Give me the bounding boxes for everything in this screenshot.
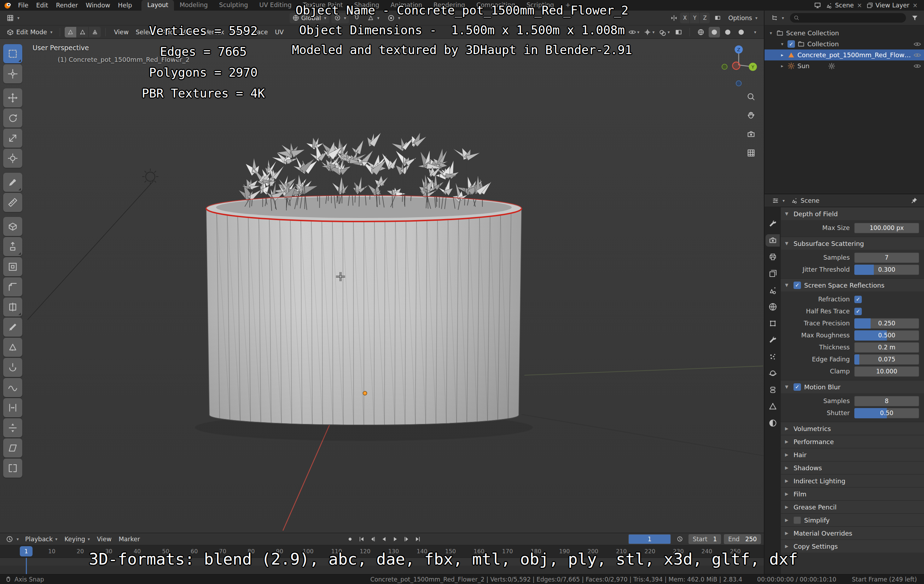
snap-toggle[interactable] [351, 13, 363, 23]
properties-tab-view-layer[interactable] [766, 267, 780, 280]
hide-in-viewport-eye-icon[interactable] [913, 40, 921, 48]
section-header-motion-blur[interactable]: ▼Motion Blur [781, 380, 924, 393]
properties-tab-physics[interactable] [766, 367, 780, 380]
current-frame-field[interactable]: 1 [629, 534, 671, 544]
outliner-row-concrete-pot-1500mm-red-flower-2[interactable]: ▸Concrete_pot_1500mm_Red_Flower_2 [764, 49, 924, 61]
field-max-roughness[interactable]: 0.500 [854, 330, 919, 341]
properties-tab-modifiers[interactable] [766, 334, 780, 346]
mirror-axis-y[interactable]: Y [690, 13, 700, 23]
gizmo-x-axis[interactable] [733, 62, 740, 70]
properties-tab-render[interactable] [766, 234, 780, 247]
section-expander-icon[interactable]: ▶ [785, 518, 790, 523]
shading-options-dropdown[interactable]: ▾ [749, 27, 760, 38]
gizmo-z-neg-axis[interactable] [736, 81, 741, 86]
edge-select-mode-button[interactable] [77, 27, 89, 38]
section-header-indirect-lighting[interactable]: ▶Indirect Lighting [781, 474, 924, 487]
field-samples[interactable]: 8 [854, 396, 919, 406]
timeline-menu-keying[interactable]: Keying▾ [61, 534, 93, 545]
start-frame-field[interactable]: Start 1 [688, 534, 721, 544]
navigation-gizmo[interactable]: Z Y [718, 43, 760, 90]
proportional-editing-dropdown[interactable]: ▾ [384, 13, 403, 23]
jump-to-end-button[interactable] [412, 534, 423, 544]
section-expander-icon[interactable]: ▶ [785, 452, 790, 457]
view-layer-selector[interactable]: View Layer × [866, 2, 917, 9]
workspace-tab-scripting[interactable]: Scripting [521, 0, 560, 11]
next-keyframe-button[interactable] [401, 534, 412, 544]
playhead[interactable]: 1 [20, 546, 33, 556]
tool-cursor[interactable] [3, 64, 22, 83]
tool-bevel[interactable] [3, 277, 22, 296]
blender-logo-icon[interactable] [3, 1, 12, 10]
outliner-search-input[interactable] [790, 13, 906, 23]
section-header-shadows[interactable]: ▶Shadows [781, 461, 924, 474]
mirror-axis-z[interactable]: Z [700, 13, 710, 23]
outliner-row-scene-collection[interactable]: ▾Scene Collection [764, 28, 924, 38]
tool-spin[interactable] [3, 358, 22, 377]
section-expander-icon[interactable]: ▼ [785, 241, 790, 246]
scene-canvas[interactable] [0, 39, 764, 533]
tool-move[interactable] [3, 88, 22, 107]
expander-icon[interactable]: ▾ [768, 30, 774, 36]
section-header-volumetrics[interactable]: ▶Volumetrics [781, 422, 924, 435]
viewport-menu-select[interactable]: Select [132, 27, 158, 38]
properties-tab-world[interactable] [766, 301, 780, 313]
workspace-tab-[interactable]: + [560, 0, 576, 11]
section-checkbox-screen-space-reflections[interactable] [794, 281, 801, 289]
pivot-point-dropdown[interactable]: ▾ [331, 13, 349, 23]
viewport-menu-view[interactable]: View [111, 27, 132, 38]
properties-editor-type-button[interactable]: ▾ [769, 196, 787, 206]
section-expander-icon[interactable]: ▶ [785, 465, 790, 470]
mirror-axis-x[interactable]: X [680, 13, 690, 23]
checkbox-refraction[interactable] [854, 296, 862, 303]
menu-window[interactable]: Window [82, 0, 114, 11]
properties-tab-constraints[interactable] [766, 384, 780, 396]
menu-render[interactable]: Render [52, 0, 82, 11]
properties-tab-object[interactable] [766, 317, 780, 330]
section-expander-icon[interactable]: ▶ [785, 492, 790, 497]
tool-annotate[interactable] [3, 173, 22, 192]
tool-rotate[interactable] [3, 109, 22, 128]
properties-tab-scene[interactable] [766, 284, 780, 296]
autokey-record-button[interactable] [345, 534, 355, 544]
field-edge-fading[interactable]: 0.075 [854, 354, 919, 365]
tool-shear[interactable] [3, 438, 22, 457]
section-header-screen-space-reflections[interactable]: ▼Screen Space Reflections [781, 278, 924, 291]
field-trace-precision[interactable]: 0.250 [854, 318, 919, 329]
checkbox-half-res-trace[interactable] [854, 308, 862, 315]
properties-tab-data[interactable] [766, 400, 780, 413]
viewport-menu-face[interactable]: Face [250, 27, 272, 38]
viewport-menu-uv[interactable]: UV [272, 27, 287, 38]
tool-transform[interactable] [3, 149, 22, 168]
tool-knife[interactable] [3, 317, 22, 337]
hide-in-viewport-eye-icon[interactable] [913, 51, 921, 59]
previous-keyframe-button[interactable] [367, 534, 378, 544]
options-dropdown[interactable]: Options▾ [725, 13, 760, 23]
properties-tab-tool[interactable] [766, 218, 780, 230]
workspace-tab-sculpting[interactable]: Sculpting [214, 0, 254, 11]
snap-base-button[interactable] [712, 13, 723, 23]
jump-to-start-button[interactable] [356, 534, 367, 544]
menu-edit[interactable]: Edit [32, 0, 52, 11]
tool-edge-slide[interactable] [3, 398, 22, 417]
tool-measure[interactable] [3, 193, 22, 212]
shading-solid-button[interactable] [709, 27, 720, 38]
viewport-menu-add[interactable]: Add [158, 27, 178, 38]
shading-material-button[interactable] [722, 27, 733, 38]
gizmos-toggle[interactable]: ▾ [642, 27, 656, 38]
timeline-menu-playback[interactable]: Playback▾ [21, 534, 61, 545]
section-header-performance[interactable]: ▶Performance [781, 435, 924, 448]
play-reverse-button[interactable] [379, 534, 389, 544]
section-header-depth-of-field[interactable]: ▼Depth of Field [781, 207, 924, 220]
section-expander-icon[interactable]: ▶ [785, 479, 790, 483]
section-expander-icon[interactable]: ▶ [785, 426, 790, 431]
preview-range-toggle[interactable] [674, 534, 686, 545]
field-shutter[interactable]: 0.50 [854, 408, 919, 418]
vertex-select-mode-button[interactable] [65, 27, 77, 38]
expander-icon[interactable]: ▸ [779, 52, 785, 58]
section-expander-icon[interactable]: ▶ [785, 531, 790, 536]
scene-selector[interactable]: Scene × [826, 2, 862, 9]
field-samples[interactable]: 7 [854, 253, 919, 263]
outliner-editor-type-button[interactable]: ▾ [768, 13, 787, 23]
workspace-tab-uv-editing[interactable]: UV Editing [254, 0, 297, 11]
tool-rip-region[interactable] [3, 459, 22, 478]
